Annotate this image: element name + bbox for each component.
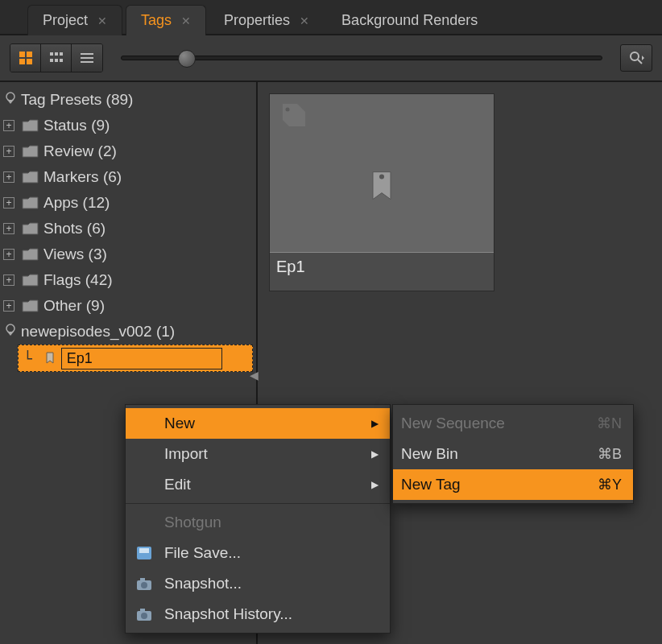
save-icon [134, 544, 155, 562]
svg-rect-7 [50, 59, 53, 62]
menu-new-sequence: New Sequence ⌘N [393, 408, 633, 439]
svg-point-13 [631, 52, 639, 60]
grid-small-icon [49, 51, 64, 65]
disclosure-icon[interactable] [3, 324, 18, 340]
search-button[interactable] [620, 44, 652, 72]
menu-label: New Bin [401, 445, 458, 463]
svg-rect-26 [140, 609, 145, 612]
svg-rect-1 [27, 52, 32, 57]
menu-file-save[interactable]: File Save... [126, 538, 390, 568]
grid-large-icon [19, 51, 33, 65]
expand-icon[interactable]: + [3, 249, 14, 260]
close-icon[interactable]: ✕ [300, 14, 309, 27]
shortcut-label: ⌘Y [598, 476, 622, 493]
tag-thumbnail[interactable]: Ep1 [269, 93, 494, 291]
svg-rect-23 [140, 578, 145, 581]
svg-point-25 [141, 613, 147, 619]
tree-folder-other[interactable]: + Other (9) [0, 293, 256, 319]
folder-icon [21, 196, 40, 210]
tab-project[interactable]: Project ✕ [27, 5, 122, 35]
folder-icon [21, 118, 40, 133]
shortcut-label: ⌘B [598, 445, 622, 463]
splitter-handle-icon[interactable]: ◀ [250, 369, 259, 382]
folder-icon [21, 221, 40, 236]
view-list-button[interactable] [72, 44, 102, 72]
expand-icon[interactable]: + [3, 223, 14, 234]
expand-icon[interactable]: + [3, 146, 14, 157]
tree-label: Other (9) [43, 297, 105, 315]
menu-label: New Tag [401, 476, 461, 493]
tree-label: Status (9) [43, 117, 110, 134]
tree-elbow-icon: └ [23, 350, 32, 367]
svg-rect-9 [60, 59, 63, 62]
menu-shotgun: Shotgun [126, 507, 390, 538]
submenu-arrow-icon: ▶ [371, 448, 379, 460]
folder-icon [21, 299, 40, 313]
folder-icon [21, 144, 40, 159]
context-submenu-new: New Sequence ⌘N New Bin ⌘B New Tag ⌘Y [392, 404, 634, 504]
disclosure-icon[interactable] [3, 92, 18, 108]
menu-new[interactable]: New ▶ [126, 408, 390, 439]
menu-snapshot-history[interactable]: Snapshot History... [126, 599, 390, 630]
camera-icon [134, 605, 155, 623]
expand-icon[interactable]: + [3, 120, 14, 131]
submenu-arrow-icon: ▶ [371, 479, 379, 490]
menu-import[interactable]: Import ▶ [126, 439, 390, 469]
menu-new-bin[interactable]: New Bin ⌘B [393, 439, 633, 469]
tree-root-tag-presets[interactable]: Tag Presets (89) [0, 87, 256, 113]
close-icon[interactable]: ✕ [181, 14, 191, 27]
svg-rect-5 [55, 52, 58, 56]
tree-folder-apps[interactable]: + Apps (12) [0, 190, 256, 216]
tab-background-renders[interactable]: Background Renders [327, 6, 492, 35]
svg-rect-4 [50, 52, 53, 56]
svg-rect-20 [139, 548, 149, 553]
tree-folder-status[interactable]: + Status (9) [0, 113, 256, 138]
expand-icon[interactable]: + [3, 171, 14, 183]
expand-icon[interactable]: + [3, 300, 14, 312]
tab-tags[interactable]: Tags ✕ [126, 5, 206, 35]
svg-point-17 [286, 108, 290, 112]
close-icon[interactable]: ✕ [97, 14, 107, 27]
menu-label: Snapshot... [164, 575, 242, 592]
menu-edit[interactable]: Edit ▶ [126, 469, 390, 500]
menu-new-tag[interactable]: New Tag ⌘Y [393, 469, 633, 500]
slider-knob[interactable] [178, 50, 196, 68]
svg-line-14 [638, 60, 642, 64]
menu-label: File Save... [164, 544, 241, 562]
svg-rect-2 [19, 59, 25, 64]
tree-folder-markers[interactable]: + Markers (6) [0, 164, 256, 190]
svg-point-18 [379, 175, 384, 180]
tab-properties[interactable]: Properties ✕ [209, 6, 324, 35]
folder-icon [21, 247, 40, 262]
tree-label: newepisodes_v002 (1) [21, 323, 175, 341]
view-grid-large-button[interactable] [10, 44, 41, 72]
svg-rect-12 [81, 61, 93, 63]
menu-label: Edit [164, 476, 191, 493]
menu-label: Import [164, 445, 208, 463]
expand-icon[interactable]: + [3, 275, 14, 286]
search-icon [628, 50, 644, 66]
tag-icon [43, 351, 58, 365]
svg-point-16 [6, 324, 14, 332]
tab-properties-label: Properties [224, 12, 290, 29]
panel-tabs-bar: Project ✕ Tags ✕ Properties ✕ Background… [0, 0, 662, 35]
svg-rect-8 [55, 59, 58, 62]
shortcut-label: ⌘N [597, 415, 622, 432]
tree-root-newepisodes[interactable]: newepisodes_v002 (1) [0, 319, 256, 345]
thumbnail-size-slider[interactable] [121, 56, 602, 60]
tree-folder-review[interactable]: + Review (2) [0, 138, 256, 164]
camera-icon [134, 575, 155, 592]
svg-rect-11 [81, 57, 93, 59]
view-grid-small-button[interactable] [41, 44, 72, 72]
tree-folder-views[interactable]: + Views (3) [0, 242, 256, 267]
tree-folder-shots[interactable]: + Shots (6) [0, 216, 256, 242]
tree-label: Views (3) [43, 246, 107, 263]
folder-icon [21, 170, 40, 184]
folder-icon [21, 273, 40, 287]
expand-icon[interactable]: + [3, 197, 14, 208]
menu-snapshot[interactable]: Snapshot... [126, 568, 390, 599]
svg-rect-3 [27, 59, 32, 64]
tag-rename-input[interactable] [61, 348, 222, 369]
tree-folder-flags[interactable]: + Flags (42) [0, 267, 256, 293]
tree-item-editing[interactable]: └ [18, 345, 253, 372]
